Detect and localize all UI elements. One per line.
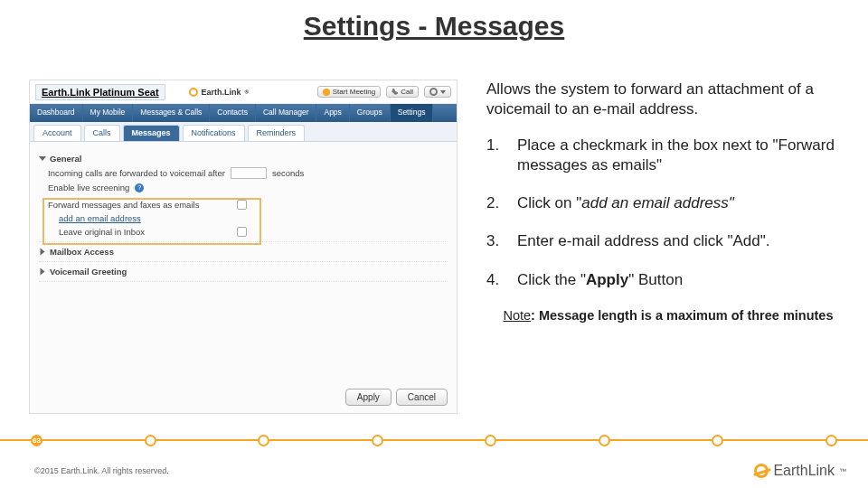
forward-emails-checkbox[interactable] xyxy=(237,200,247,210)
page-number-badge: 63 xyxy=(31,435,42,446)
note-text: Note: Message length is a maximum of thr… xyxy=(486,308,850,323)
forward-as-emails-row: Forward messages and faxes as emails xyxy=(39,198,247,211)
gear-icon xyxy=(429,88,438,96)
forward-after-row: Incoming calls are forwarded to voicemai… xyxy=(39,165,448,181)
brand-logo: Earth.Link® xyxy=(189,88,249,97)
enable-screening-row: Enable live screening? xyxy=(39,181,448,194)
settings-dropdown[interactable] xyxy=(424,86,451,98)
section-voicemail-greeting[interactable]: Voicemail Greeting xyxy=(39,265,448,278)
section-mailbox-access[interactable]: Mailbox Access xyxy=(39,245,448,258)
primary-nav: DashboardMy MobileMessages & CallsContac… xyxy=(30,104,457,122)
help-icon[interactable]: ? xyxy=(135,183,144,192)
apply-button[interactable]: Apply xyxy=(345,389,392,406)
section-general[interactable]: General xyxy=(39,152,448,165)
nav1-tab-my-mobile[interactable]: My Mobile xyxy=(83,104,134,122)
meeting-icon xyxy=(323,89,330,96)
nav2-tab-reminders[interactable]: Reminders xyxy=(248,125,306,141)
seconds-input[interactable] xyxy=(231,167,267,179)
timeline-dots: 63 xyxy=(0,435,868,446)
chevron-right-icon xyxy=(41,249,45,256)
nav1-tab-dashboard[interactable]: Dashboard xyxy=(30,104,83,122)
chevron-down-icon xyxy=(440,90,446,94)
nav2-tab-calls[interactable]: Calls xyxy=(84,125,120,141)
footer-logo: EarthLink™ xyxy=(754,463,846,479)
logo-icon xyxy=(754,464,769,478)
nav2-tab-account[interactable]: Account xyxy=(33,125,81,141)
nav2-tab-notifications[interactable]: Notifications xyxy=(183,125,245,141)
add-email-row: add an email address xyxy=(39,211,448,225)
nav2-tab-messages[interactable]: Messages xyxy=(123,125,180,141)
intro-text: Allows the system to forward an attachme… xyxy=(486,80,850,119)
chevron-down-icon xyxy=(39,156,46,161)
step-2: 2.Click on "add an email address" xyxy=(486,193,850,213)
start-meeting-button[interactable]: Start Meeting xyxy=(317,86,382,98)
leave-original-checkbox[interactable] xyxy=(237,227,247,237)
step-1: 1.Place a checkmark in the box next to "… xyxy=(486,136,850,175)
app-screenshot: Earth.Link Platinum Seat Earth.Link® Sta… xyxy=(29,80,458,414)
nav1-tab-settings[interactable]: Settings xyxy=(391,104,434,122)
add-email-link[interactable]: add an email address xyxy=(59,213,141,223)
chevron-right-icon xyxy=(41,268,45,276)
call-button[interactable]: Call xyxy=(386,86,419,98)
nav1-tab-groups[interactable]: Groups xyxy=(350,104,391,122)
copyright: ©2015 Earth.Link. All rights reserved. xyxy=(34,466,169,475)
seat-label: Earth.Link Platinum Seat xyxy=(35,84,165,100)
phone-icon xyxy=(392,89,398,95)
leave-original-row: Leave original in Inbox xyxy=(39,225,247,239)
secondary-nav: AccountCallsMessagesNotificationsReminde… xyxy=(30,122,457,142)
slide-title: Settings - Messages xyxy=(0,0,868,42)
nav1-tab-call-manager[interactable]: Call Manager xyxy=(256,104,317,122)
nav1-tab-contacts[interactable]: Contacts xyxy=(210,104,256,122)
step-4: 4.Click the "Apply" Button xyxy=(486,270,850,290)
step-3: 3.Enter e-mail address and click "Add". xyxy=(486,231,850,251)
nav1-tab-apps[interactable]: Apps xyxy=(316,104,349,122)
nav1-tab-messages-calls[interactable]: Messages & Calls xyxy=(133,104,210,122)
cancel-button[interactable]: Cancel xyxy=(396,389,448,406)
